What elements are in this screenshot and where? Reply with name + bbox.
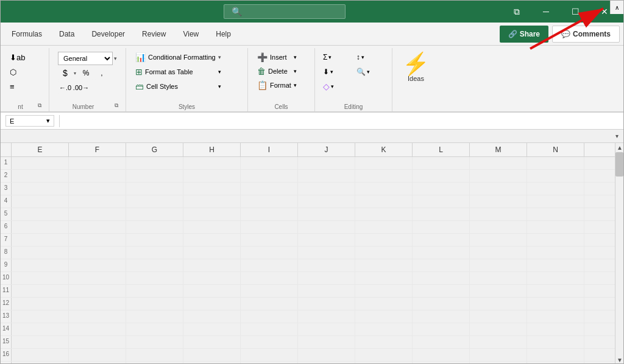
grid-cell[interactable] xyxy=(413,349,470,361)
grid-cell[interactable] xyxy=(413,208,470,220)
increase-decimal-button[interactable]: .00→ xyxy=(74,81,88,94)
col-header-i[interactable]: I xyxy=(241,143,298,156)
grid-cell[interactable] xyxy=(12,221,69,233)
grid-cell[interactable] xyxy=(298,259,355,271)
comments-button[interactable]: 💬 Comments xyxy=(552,26,620,43)
grid-cell[interactable] xyxy=(527,349,584,361)
grid-cell[interactable] xyxy=(470,221,527,233)
grid-cell[interactable] xyxy=(12,234,69,246)
decrease-decimal-button[interactable]: ←.0 xyxy=(58,81,73,94)
tab-formulas[interactable]: Formulas xyxy=(3,23,51,45)
grid-cell[interactable] xyxy=(69,259,126,271)
ideas-content[interactable]: ⚡ Ideas xyxy=(397,51,434,85)
minimize-button[interactable]: ─ xyxy=(532,1,560,23)
comma-button[interactable]: , xyxy=(94,66,109,80)
grid-cell[interactable] xyxy=(126,234,183,246)
grid-cell[interactable] xyxy=(355,362,413,364)
grid-cell[interactable] xyxy=(126,157,183,169)
clipboard-dialog-launcher[interactable]: ⧉ xyxy=(35,101,44,110)
grid-cell[interactable] xyxy=(527,336,584,348)
grid-cell[interactable] xyxy=(355,157,413,169)
grid-cell[interactable] xyxy=(69,323,126,335)
grid-cell[interactable] xyxy=(183,272,241,284)
scroll-down-arrow[interactable]: ▼ xyxy=(615,355,623,364)
format-as-table-button[interactable]: ⊞ Format as Table ▾ xyxy=(131,65,225,79)
grid-cell[interactable] xyxy=(355,234,413,246)
wrap-text-button[interactable]: ⬇ab xyxy=(5,51,32,64)
sheet-scroll-down[interactable]: ▾ xyxy=(613,131,621,141)
grid-cell[interactable] xyxy=(12,336,69,348)
grid-cell[interactable] xyxy=(298,272,355,284)
grid-cell[interactable] xyxy=(470,349,527,361)
grid-cell[interactable] xyxy=(183,170,241,182)
grid-cell[interactable] xyxy=(298,298,355,310)
grid-cell[interactable] xyxy=(527,157,584,169)
grid-cell[interactable] xyxy=(183,336,241,348)
grid-cell[interactable] xyxy=(355,349,413,361)
grid-cell[interactable] xyxy=(126,349,183,361)
tab-help[interactable]: Help xyxy=(207,23,239,45)
grid-cell[interactable] xyxy=(12,259,69,271)
grid-cell[interactable] xyxy=(241,298,298,310)
grid-cell[interactable] xyxy=(69,272,126,284)
grid-cell[interactable] xyxy=(355,323,413,335)
grid-cell[interactable] xyxy=(355,208,413,220)
grid-cell[interactable] xyxy=(527,170,584,182)
grid-cell[interactable] xyxy=(355,247,413,259)
grid-cell[interactable] xyxy=(12,195,69,208)
vertical-scrollbar[interactable]: ▲ ▼ xyxy=(615,143,623,364)
grid-cell[interactable] xyxy=(470,234,527,246)
search-box[interactable]: 🔍 xyxy=(224,4,346,19)
col-header-e[interactable]: E xyxy=(12,143,69,156)
grid-cell[interactable] xyxy=(241,285,298,297)
grid-cell[interactable] xyxy=(183,298,241,310)
grid-cell[interactable] xyxy=(126,298,183,310)
grid-cell[interactable] xyxy=(69,336,126,348)
grid-cell[interactable] xyxy=(241,183,298,195)
scroll-thumb[interactable] xyxy=(615,152,623,177)
grid-cell[interactable] xyxy=(527,221,584,233)
grid-cell[interactable] xyxy=(241,195,298,208)
format-button[interactable]: 📋 Format ▾ xyxy=(253,79,301,92)
grid-cell[interactable] xyxy=(470,208,527,220)
grid-cell[interactable] xyxy=(527,323,584,335)
grid-cell[interactable] xyxy=(355,272,413,284)
delete-button[interactable]: 🗑 Delete ▾ xyxy=(253,65,301,78)
grid-cell[interactable] xyxy=(183,195,241,208)
grid-cell[interactable] xyxy=(12,208,69,220)
grid-cell[interactable] xyxy=(413,336,470,348)
grid-cell[interactable] xyxy=(413,170,470,182)
grid-cell[interactable] xyxy=(413,310,470,323)
tab-developer[interactable]: Developer xyxy=(83,23,133,45)
grid-cell[interactable] xyxy=(298,234,355,246)
grid-cell[interactable] xyxy=(298,349,355,361)
grid-cell[interactable] xyxy=(241,170,298,182)
grid-cell[interactable] xyxy=(355,336,413,348)
grid-cell[interactable] xyxy=(183,157,241,169)
col-header-f[interactable]: F xyxy=(69,143,126,156)
grid-cell[interactable] xyxy=(413,195,470,208)
grid-cell[interactable] xyxy=(183,349,241,361)
grid-cell[interactable] xyxy=(126,221,183,233)
grid-cell[interactable] xyxy=(241,272,298,284)
grid-cell[interactable] xyxy=(126,195,183,208)
grid-cell[interactable] xyxy=(527,362,584,364)
maximize-button[interactable]: ☐ xyxy=(561,1,589,23)
grid-cell[interactable] xyxy=(527,285,584,297)
grid-cell[interactable] xyxy=(298,208,355,220)
grid-cell[interactable] xyxy=(527,234,584,246)
col-header-h[interactable]: H xyxy=(183,143,241,156)
grid-cell[interactable] xyxy=(12,349,69,361)
currency-button[interactable]: $ xyxy=(58,66,73,80)
grid-cell[interactable] xyxy=(470,323,527,335)
grid-cell[interactable] xyxy=(126,362,183,364)
grid-cell[interactable] xyxy=(69,349,126,361)
grid-cell[interactable] xyxy=(12,183,69,195)
col-header-g[interactable]: G xyxy=(126,143,183,156)
grid-cell[interactable] xyxy=(470,298,527,310)
grid-cell[interactable] xyxy=(12,310,69,323)
autosum-button[interactable]: Σ ▾ xyxy=(320,51,352,64)
restore-button[interactable]: ⧉ xyxy=(503,1,531,23)
grid-cell[interactable] xyxy=(69,247,126,259)
grid-cell[interactable] xyxy=(413,285,470,297)
